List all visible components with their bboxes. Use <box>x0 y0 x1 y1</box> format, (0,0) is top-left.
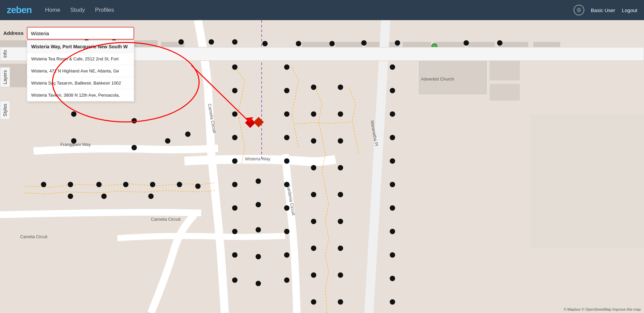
autocomplete-item-1[interactable]: Wisteria Tea Room & Cafe, 2512 2nd St, F… <box>27 53 134 65</box>
svg-point-58 <box>232 205 237 211</box>
logout-button[interactable]: Logout <box>622 7 637 13</box>
svg-point-78 <box>311 111 316 117</box>
svg-point-109 <box>123 182 128 187</box>
svg-text:Adventist Church: Adventist Church <box>421 76 454 82</box>
svg-point-110 <box>150 182 155 187</box>
svg-point-75 <box>284 252 289 258</box>
nav-right: ♔ Basic User Logout <box>574 5 637 15</box>
autocomplete-item-4[interactable]: Wisteria Tavern, 3808 N 12th Ave, Pensac… <box>27 89 134 101</box>
svg-point-87 <box>338 111 343 117</box>
svg-point-49 <box>131 145 137 150</box>
svg-point-108 <box>96 182 102 187</box>
user-icon: ♔ <box>574 5 584 15</box>
svg-point-66 <box>256 281 261 286</box>
svg-point-98 <box>390 135 395 140</box>
svg-point-40 <box>464 40 469 46</box>
logo[interactable]: zeben <box>7 5 32 15</box>
svg-point-85 <box>311 299 316 305</box>
svg-text:Wisteria Way: Wisteria Way <box>245 156 271 161</box>
search-input[interactable] <box>27 27 134 40</box>
svg-point-99 <box>390 158 395 164</box>
nav-profiles[interactable]: Profiles <box>95 4 114 16</box>
svg-point-65 <box>256 254 261 259</box>
svg-point-32 <box>178 39 184 45</box>
svg-point-86 <box>338 85 343 90</box>
username-label: Basic User <box>591 7 615 13</box>
svg-point-92 <box>338 246 343 251</box>
svg-point-56 <box>232 158 237 164</box>
svg-point-59 <box>232 229 237 234</box>
svg-point-77 <box>311 85 316 90</box>
svg-point-54 <box>232 111 237 117</box>
svg-point-53 <box>232 88 237 93</box>
nav-study[interactable]: Study <box>70 4 85 16</box>
svg-point-79 <box>311 138 316 144</box>
svg-point-95 <box>390 64 395 70</box>
svg-point-100 <box>390 182 395 187</box>
logo-accent: ben <box>16 5 32 15</box>
styles-panel[interactable]: Styles <box>0 101 10 119</box>
autocomplete-item-2[interactable]: Wisteria, 471 N Highland Ave NE, Atlanta… <box>27 65 134 77</box>
svg-point-35 <box>262 41 268 46</box>
map-attribution: © Mapbox © OpenStreetMap Improve this ma… <box>564 307 641 311</box>
svg-point-67 <box>284 64 289 70</box>
svg-point-57 <box>232 182 237 187</box>
svg-point-115 <box>148 194 154 199</box>
svg-point-33 <box>209 39 214 45</box>
svg-point-37 <box>329 41 335 46</box>
svg-point-74 <box>284 229 289 234</box>
svg-point-105 <box>390 299 395 305</box>
svg-point-36 <box>296 41 301 46</box>
svg-point-88 <box>338 138 343 144</box>
autocomplete-dropdown: Wisteria Way, Port Macquarie New South W… <box>27 40 134 102</box>
svg-point-48 <box>131 118 137 123</box>
svg-point-55 <box>232 135 237 140</box>
svg-point-38 <box>361 40 367 46</box>
svg-point-45 <box>71 111 76 117</box>
svg-point-89 <box>338 165 343 170</box>
svg-text:Camelia Circuit: Camelia Circuit <box>151 217 181 222</box>
svg-point-39 <box>395 40 400 46</box>
svg-point-80 <box>311 165 316 170</box>
svg-point-102 <box>390 229 395 234</box>
svg-point-63 <box>256 202 261 207</box>
svg-point-46 <box>71 138 76 144</box>
svg-text:Camelia Circuit: Camelia Circuit <box>20 234 48 239</box>
nav-links: Home Study Profiles <box>45 4 573 16</box>
svg-point-91 <box>338 219 343 224</box>
map-container[interactable]: Frangipani Way Camelia Circuit Camelia C… <box>0 20 644 313</box>
svg-point-61 <box>232 277 237 283</box>
svg-point-64 <box>256 227 261 232</box>
svg-point-96 <box>390 88 395 93</box>
svg-point-71 <box>284 158 289 164</box>
svg-point-94 <box>338 299 343 305</box>
svg-rect-19 <box>490 84 520 101</box>
autocomplete-item-3[interactable]: Wisteria Saç Tasarım, Balikesir, Balıkes… <box>27 77 134 89</box>
nav-home[interactable]: Home <box>45 4 60 16</box>
svg-point-34 <box>232 39 237 45</box>
svg-point-70 <box>284 135 289 140</box>
svg-point-93 <box>338 272 343 278</box>
svg-point-97 <box>390 111 395 117</box>
svg-point-112 <box>195 184 201 189</box>
svg-point-83 <box>311 246 316 251</box>
svg-point-51 <box>185 132 191 137</box>
svg-point-103 <box>390 252 395 258</box>
logo-text: ze <box>7 5 16 15</box>
svg-point-76 <box>284 277 289 283</box>
svg-point-82 <box>311 219 316 224</box>
svg-point-69 <box>284 111 289 117</box>
svg-point-72 <box>284 182 289 187</box>
address-label: Address <box>3 30 23 36</box>
svg-point-41 <box>497 40 502 46</box>
svg-point-104 <box>390 276 395 281</box>
svg-point-90 <box>338 192 343 197</box>
layers-panel[interactable]: Layers <box>0 67 10 87</box>
svg-point-52 <box>232 64 237 70</box>
svg-rect-20 <box>530 114 644 248</box>
svg-point-81 <box>311 192 316 197</box>
autocomplete-item-0[interactable]: Wisteria Way, Port Macquarie New South W <box>27 41 134 53</box>
svg-point-113 <box>101 194 107 199</box>
svg-point-101 <box>390 205 395 211</box>
svg-point-73 <box>284 205 289 211</box>
